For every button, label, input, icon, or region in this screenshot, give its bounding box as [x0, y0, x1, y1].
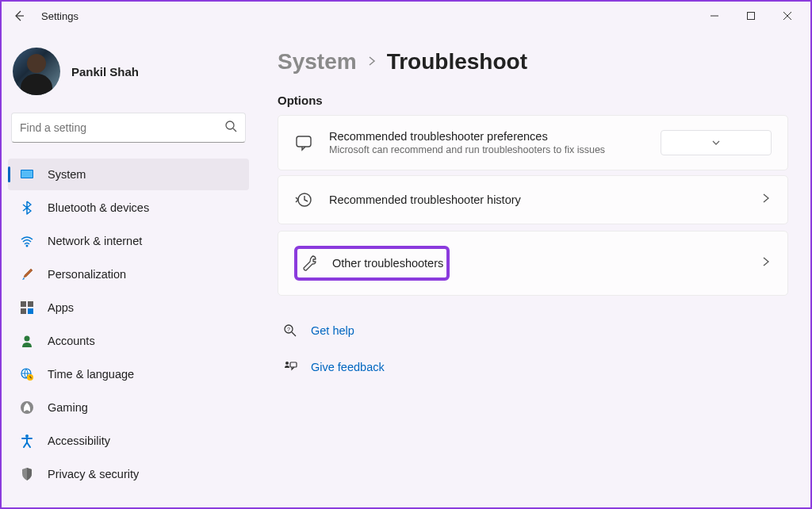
minimize-button[interactable]: [696, 3, 733, 29]
svg-rect-8: [28, 301, 33, 307]
window-title: Settings: [41, 10, 79, 22]
feedback-icon: [282, 359, 298, 375]
svg-point-2: [226, 121, 234, 129]
svg-rect-1: [748, 13, 755, 20]
link-label: Give feedback: [311, 361, 385, 373]
section-title: Options: [278, 94, 788, 107]
svg-rect-7: [21, 301, 26, 307]
chat-icon: [294, 133, 313, 152]
globe-clock-icon: [19, 366, 35, 382]
chevron-right-icon: [366, 54, 377, 71]
svg-point-11: [25, 336, 30, 342]
highlight-annotation: Other troubleshooters: [294, 246, 450, 281]
svg-line-20: [292, 332, 296, 336]
chevron-down-icon: [711, 138, 721, 147]
person-icon: [19, 333, 35, 349]
back-button[interactable]: [6, 3, 32, 29]
card-troubleshooter-history[interactable]: Recommended troubleshooter history: [278, 175, 788, 224]
card-other-troubleshooters[interactable]: Other troubleshooters: [278, 231, 788, 296]
breadcrumb-current: Troubleshoot: [387, 49, 527, 75]
history-icon: [294, 190, 313, 209]
main-content: System Troubleshoot Options Recommended …: [255, 30, 810, 507]
link-label: Get help: [311, 324, 354, 337]
sidebar-item-privacy[interactable]: Privacy & security: [8, 458, 249, 490]
sidebar-item-personalization[interactable]: Personalization: [8, 258, 249, 290]
shield-icon: [19, 466, 35, 482]
bluetooth-icon: [19, 200, 35, 216]
svg-text:?: ?: [287, 327, 290, 332]
breadcrumb-parent[interactable]: System: [278, 49, 357, 75]
search-icon: [224, 120, 237, 136]
svg-rect-22: [290, 362, 297, 367]
chevron-right-icon: [748, 193, 772, 207]
sidebar-item-apps[interactable]: Apps: [8, 292, 249, 323]
search-input[interactable]: [11, 113, 246, 143]
sidebar-item-accessibility[interactable]: Accessibility: [8, 425, 249, 457]
link-get-help[interactable]: ? Get help: [278, 316, 788, 345]
sidebar-item-network[interactable]: Network & internet: [8, 225, 249, 257]
preferences-dropdown[interactable]: [661, 130, 772, 155]
close-button[interactable]: [769, 3, 806, 29]
wifi-icon: [19, 233, 35, 249]
maximize-button[interactable]: [733, 3, 769, 29]
svg-rect-5: [21, 170, 33, 178]
avatar: [13, 48, 60, 95]
card-title: Recommended troubleshooter preferences: [329, 130, 648, 143]
svg-point-6: [26, 245, 29, 247]
svg-rect-9: [21, 308, 26, 314]
breadcrumb: System Troubleshoot: [278, 49, 788, 75]
sidebar-item-system[interactable]: System: [8, 159, 249, 190]
sidebar-item-time[interactable]: Time & language: [8, 358, 249, 390]
paintbrush-icon: [19, 266, 35, 282]
card-title: Recommended troubleshooter history: [329, 193, 748, 206]
svg-line-3: [233, 128, 236, 132]
accessibility-icon: [19, 433, 35, 449]
card-title: Other troubleshooters: [332, 257, 443, 270]
svg-rect-10: [28, 308, 33, 314]
card-desc: Microsoft can recommend and run troubles…: [329, 144, 648, 155]
gaming-icon: [19, 400, 35, 415]
sidebar: Pankil Shah System Bluetooth & devices N…: [2, 30, 255, 507]
svg-rect-16: [297, 136, 311, 147]
profile-block[interactable]: Pankil Shah: [8, 38, 249, 105]
display-icon: [19, 166, 35, 182]
apps-icon: [19, 300, 35, 316]
svg-point-21: [285, 362, 289, 365]
sidebar-item-bluetooth[interactable]: Bluetooth & devices: [8, 192, 249, 224]
card-recommended-preferences[interactable]: Recommended troubleshooter preferences M…: [278, 115, 788, 170]
search-field[interactable]: [20, 121, 224, 134]
sidebar-item-accounts[interactable]: Accounts: [8, 325, 249, 357]
help-icon: ?: [282, 323, 298, 339]
profile-name: Pankil Shah: [71, 65, 139, 78]
wrench-icon: [301, 254, 320, 273]
svg-point-15: [25, 434, 29, 438]
chevron-right-icon: [748, 256, 772, 270]
link-give-feedback[interactable]: Give feedback: [278, 353, 788, 381]
sidebar-item-gaming[interactable]: Gaming: [8, 392, 249, 423]
